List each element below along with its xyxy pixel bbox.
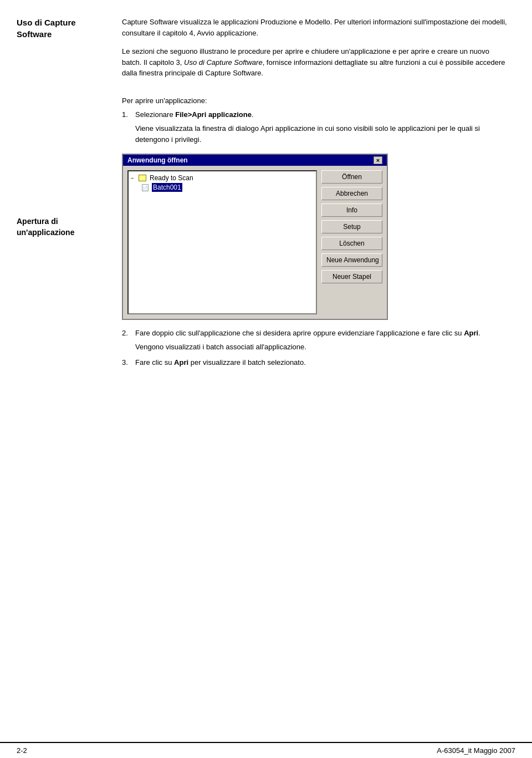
dialog-wrapper: Anwendung öffnen × − Read xyxy=(122,154,510,320)
dialog-titlebar: Anwendung öffnen × xyxy=(123,155,387,166)
tree-root-label: Ready to Scan xyxy=(150,174,193,182)
footer-right: A-63054_it Maggio 2007 xyxy=(437,746,515,755)
intro-para2: Le sezioni che seguono illustrano le pro… xyxy=(122,46,510,79)
dialog-btn-loschen[interactable]: Löschen xyxy=(321,237,382,250)
right-column: Capture Software visualizza le applicazi… xyxy=(111,17,532,709)
subsection-title: Apertura diun'applicazione xyxy=(17,217,74,237)
dialog-buttons-panel: Öffnen Abbrechen Info Setup Löschen Neue… xyxy=(321,170,382,314)
subsection-block: Per aprire un'applicazione: 1. Seleziona… xyxy=(122,95,510,371)
dialog-btn-offnen[interactable]: Öffnen xyxy=(321,170,382,184)
italic-title: Uso di Capture Software xyxy=(184,58,263,67)
step-1: 1. Selezionare File>Apri applicazione. xyxy=(122,110,510,119)
step-2-desc: Vengono visualizzati i batch associati a… xyxy=(135,342,510,353)
step-1-bold: File>Apri applicazione xyxy=(175,110,252,119)
folder-icon xyxy=(139,175,146,181)
step-3: 3. Fare clic su Apri per visualizzare il… xyxy=(122,358,510,367)
step-3-num: 3. xyxy=(122,358,132,367)
step-1-content: Selezionare File>Apri applicazione. xyxy=(135,110,510,119)
content-area: Uso di Capture Software Capture Software… xyxy=(0,0,532,742)
step-3-content: Fare clic su Apri per visualizzare il ba… xyxy=(135,358,510,367)
dialog-content: − Ready to Scan 📄 Batch001 xyxy=(123,166,387,319)
tree-root-item[interactable]: − Ready to Scan xyxy=(131,174,314,182)
tree-child-item[interactable]: 📄 Batch001 xyxy=(142,182,314,192)
dialog-tree-panel: − Ready to Scan 📄 Batch001 xyxy=(127,170,317,314)
dialog-btn-abbrechen[interactable]: Abbrechen xyxy=(321,187,382,200)
footer-left: 2-2 xyxy=(17,746,27,755)
dialog-btn-neue[interactable]: Neue Anwendung xyxy=(321,253,382,267)
intro-para1: Capture Software visualizza le applicazi… xyxy=(122,17,510,38)
step-2-bold: Apri xyxy=(464,329,478,337)
left-column: Uso di Capture Software xyxy=(0,17,111,709)
step-3-bold: Apri xyxy=(174,358,188,367)
dialog-box: Anwendung öffnen × − Read xyxy=(122,154,388,320)
step-2: 2. Fare doppio clic sull'applicazione ch… xyxy=(122,329,510,337)
footer: 2-2 A-63054_it Maggio 2007 xyxy=(0,742,532,758)
dialog-title: Anwendung öffnen xyxy=(127,156,188,164)
tree-expand-icon[interactable]: − xyxy=(131,175,136,181)
step-1-desc: Viene visualizzata la finestra di dialog… xyxy=(135,123,510,145)
tree-child-label[interactable]: Batch001 xyxy=(152,183,182,192)
step-2-content: Fare doppio clic sull'applicazione che s… xyxy=(135,329,510,337)
page-title: Uso di Capture Software xyxy=(17,17,100,40)
step-intro: Per aprire un'applicazione: xyxy=(122,95,510,106)
step-1-num: 1. xyxy=(122,110,132,119)
doc-icon: 📄 xyxy=(142,184,149,191)
page-container: Uso di Capture Software Capture Software… xyxy=(0,0,532,758)
dialog-btn-stapel[interactable]: Neuer Stapel xyxy=(321,270,382,283)
subsection-content: Per aprire un'applicazione: 1. Seleziona… xyxy=(122,95,510,371)
subsection-left-heading: Apertura diun'applicazione xyxy=(17,216,111,238)
dialog-close-button[interactable]: × xyxy=(374,156,382,164)
step-2-num: 2. xyxy=(122,329,132,337)
dialog-btn-setup[interactable]: Setup xyxy=(321,220,382,233)
dialog-btn-info[interactable]: Info xyxy=(321,204,382,217)
